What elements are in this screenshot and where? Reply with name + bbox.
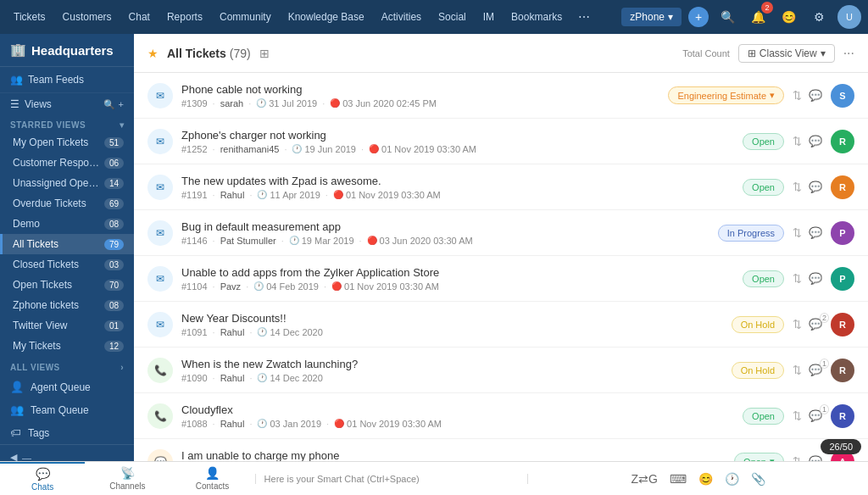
status-badge[interactable]: Engineering Estimate ▾ [668, 86, 784, 104]
sidebar-team-feeds[interactable]: 👥 Team Feeds [0, 67, 134, 93]
sidebar-item-zphone-tickets[interactable]: Zphone tickets 08 [0, 295, 134, 315]
status-badge[interactable]: Open [743, 270, 784, 287]
sidebar-item-twitter-view[interactable]: Twitter View 01 [0, 315, 134, 336]
ticket-id: #1309 [181, 98, 208, 108]
translate-icon-btn[interactable]: Z⇄G [631, 472, 657, 486]
bottom-nav-channels[interactable]: 📡 Channels [85, 462, 170, 495]
zphone-button[interactable]: zPhone ▾ [621, 8, 682, 26]
notification-icon-btn[interactable]: 🔔 2 [746, 5, 770, 29]
bottom-nav-contacts[interactable]: 👤 Contacts [170, 462, 254, 495]
expand-all-views-icon[interactable]: › [120, 363, 124, 372]
ticket-list: ✉ Phone cable not working #1309 · sarah … [134, 73, 868, 461]
chat-icon[interactable]: 💬 [809, 181, 822, 193]
status-badge[interactable]: Open [743, 133, 784, 150]
views-label: Views [25, 98, 52, 110]
nav-item-customers[interactable]: Customers [56, 8, 119, 26]
chat-icon[interactable]: 💬2 [809, 318, 822, 331]
sidebar-item-demo[interactable]: Demo 08 [0, 214, 134, 234]
sidebar-item-customer-respond[interactable]: Customer Respond... 06 [0, 153, 134, 173]
search-icon-btn[interactable]: 🔍 [715, 5, 739, 29]
chat-icon[interactable]: 💬1 [809, 409, 822, 422]
agent-status-icon-btn[interactable]: 😊 [776, 5, 800, 29]
emoji-icon-btn[interactable]: 😊 [698, 472, 713, 486]
chat-icon[interactable]: 💬 [809, 89, 822, 102]
table-row[interactable]: 💬 I am unable to charge my phone #1075 ·… [134, 439, 868, 461]
table-row[interactable]: 📞 When is the new Zwatch launching? #109… [134, 348, 868, 393]
settings-icon-btn[interactable]: ⚙ [807, 5, 831, 29]
sidebar-item-my-open-tickets[interactable]: My Open Tickets 51 [0, 132, 134, 153]
sidebar-item-closed-tickets[interactable]: Closed Tickets 03 [0, 254, 134, 275]
sidebar-item-label: Customer Respond... [13, 157, 104, 169]
sidebar-item-unassigned[interactable]: Unassigned Open T... 14 [0, 173, 134, 193]
nav-item-social[interactable]: Social [431, 8, 473, 26]
ticket-id: #1191 [181, 190, 208, 200]
nav-item-chat[interactable]: Chat [122, 8, 157, 26]
views-icon: ☰ [10, 98, 19, 110]
sidebar-brand[interactable]: 🏢 Headquarters [10, 42, 124, 58]
sidebar-item-all-tickets[interactable]: All Tickets 79 [0, 234, 134, 254]
nav-item-im[interactable]: IM [476, 8, 501, 26]
more-options-button[interactable]: ··· [843, 46, 854, 61]
sidebar-item-open-tickets[interactable]: Open Tickets 70 [0, 275, 134, 295]
table-row[interactable]: ✉ Zphone's charger not working #1252 · r… [134, 119, 868, 164]
table-row[interactable]: ✉ Phone cable not working #1309 · sarah … [134, 73, 868, 119]
collapse-starred-icon[interactable]: ▾ [120, 120, 125, 130]
nav-item-tickets[interactable]: Tickets [7, 8, 53, 26]
total-count-label[interactable]: Total Count [682, 48, 730, 58]
keyboard-icon-btn[interactable]: ⌨ [670, 472, 687, 486]
sidebar-collapse-button[interactable]: ◀ — [0, 444, 134, 461]
chat-icon[interactable]: 💬 [809, 226, 822, 239]
attachment-icon-btn[interactable]: 📎 [751, 472, 765, 486]
sidebar-item-overdue[interactable]: Overdue Tickets 69 [0, 193, 134, 214]
chat-icon[interactable]: 💬 [809, 455, 822, 461]
add-view-icon[interactable]: + [119, 99, 124, 110]
sort-icon[interactable]: ⇅ [793, 455, 802, 461]
filter-icon[interactable]: ⊞ [259, 47, 270, 60]
sidebar-agent-queue[interactable]: 👤 Agent Queue [0, 375, 134, 398]
nav-more-button[interactable]: ⋯ [572, 5, 596, 29]
search-views-icon[interactable]: 🔍 [103, 99, 115, 110]
sidebar-item-my-tickets[interactable]: My Tickets 12 [0, 336, 134, 356]
table-row[interactable]: ✉ The new updates with Zpad is awesome. … [134, 164, 868, 210]
sidebar-tags[interactable]: 🏷 Tags [0, 421, 134, 444]
star-favorite-icon[interactable]: ★ [147, 47, 159, 60]
status-badge[interactable]: Open ▾ [734, 453, 784, 461]
nav-item-activities[interactable]: Activities [375, 8, 428, 26]
sort-icon[interactable]: ⇅ [793, 226, 802, 239]
sort-icon[interactable]: ⇅ [793, 409, 802, 422]
sort-icon[interactable]: ⇅ [793, 272, 802, 285]
chat-icon[interactable]: 💬 [809, 135, 822, 147]
chat-icon[interactable]: 💬1 [809, 364, 822, 376]
sidebar-team-queue[interactable]: 👥 Team Queue [0, 398, 134, 421]
clock-icon-btn[interactable]: 🕐 [725, 472, 739, 486]
sort-icon[interactable]: ⇅ [793, 181, 802, 193]
ticket-actions: ⇅ 💬1 [793, 364, 822, 376]
smart-chat-input[interactable]: Here is your Smart Chat (Ctrl+Space) [255, 474, 529, 484]
sort-icon[interactable]: ⇅ [793, 364, 802, 376]
table-row[interactable]: 📞 Cloudyflex #1088 · Rahul · 🕐 03 Jan 20… [134, 393, 868, 439]
nav-item-bookmarks[interactable]: Bookmarks [504, 8, 569, 26]
classic-view-button[interactable]: ⊞ Classic View ▾ [738, 44, 835, 63]
sort-icon[interactable]: ⇅ [793, 318, 802, 331]
table-row[interactable]: ✉ Bug in default measurement app #1146 ·… [134, 210, 868, 256]
sort-icon[interactable]: ⇅ [793, 135, 802, 147]
status-badge[interactable]: On Hold [732, 316, 784, 333]
add-button[interactable]: + [688, 7, 709, 27]
nav-item-reports[interactable]: Reports [160, 8, 209, 26]
table-row[interactable]: ✉ Unable to add apps from the Zylker App… [134, 256, 868, 302]
chat-icon[interactable]: 💬 [809, 272, 822, 285]
ticket-created: 🕐 14 Dec 2020 [257, 373, 322, 383]
sort-icon[interactable]: ⇅ [793, 89, 802, 102]
status-badge[interactable]: On Hold [732, 362, 784, 379]
bottom-nav-chats[interactable]: 💬 Chats [0, 462, 85, 495]
user-avatar[interactable]: U [837, 5, 861, 29]
views-label-button[interactable]: ☰ Views [10, 98, 100, 110]
nav-item-community[interactable]: Community [213, 8, 278, 26]
table-row[interactable]: ✉ New Year Discounts!! #1091 · Rahul · 🕐… [134, 302, 868, 348]
status-badge[interactable]: Open [743, 408, 784, 425]
status-badge[interactable]: Open [743, 179, 784, 196]
agent-queue-label: Agent Queue [31, 381, 91, 393]
nav-item-knowledge-base[interactable]: Knowledge Base [281, 8, 371, 26]
status-badge[interactable]: In Progress [718, 225, 784, 242]
ticket-actions: ⇅ 💬 [793, 272, 822, 285]
